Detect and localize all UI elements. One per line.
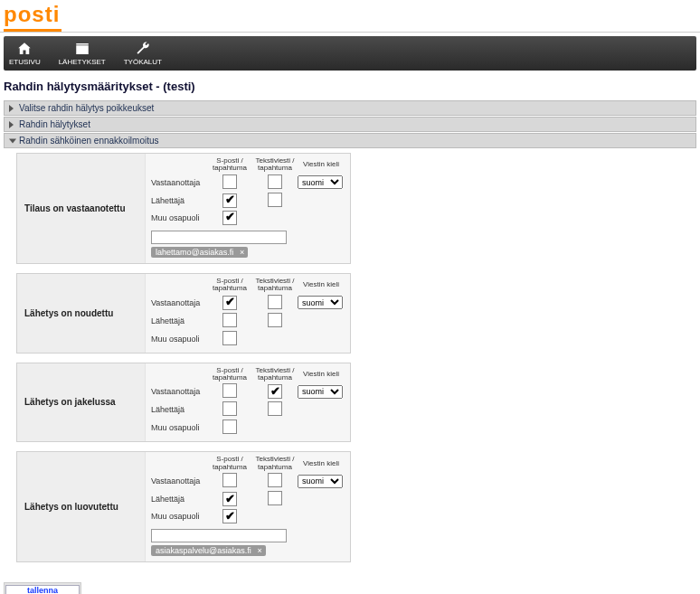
checkbox[interactable] [222, 331, 237, 345]
header-row: S-posti /tapahtuma Tekstiviesti /tapahtu… [151, 157, 345, 173]
row-label: Vastaanottaja [151, 476, 207, 486]
checkbox[interactable] [268, 295, 282, 309]
accordion-label: Rahdin hälytykset [19, 119, 90, 129]
row-sender: Lähettäjä [151, 313, 345, 329]
col-sms-header: Tekstiviesti /tapahtuma [252, 367, 298, 382]
save-button[interactable]: tallenna [5, 585, 80, 594]
checkbox[interactable] [268, 174, 282, 189]
remove-chip-icon[interactable]: × [257, 546, 261, 555]
accordion-preadvice-body: Tilaus on vastaanotettu S-posti /tapahtu… [4, 149, 696, 575]
col-sms-header: Tekstiviesti /tapahtuma [252, 157, 298, 173]
email-chip-text: lahettamo@asiakas.fi [156, 248, 233, 257]
checkbox[interactable] [222, 313, 237, 327]
accordion-exceptions[interactable]: Valitse rahdin hälytys poikkeukset [4, 100, 696, 116]
col-lang-header: Viestin kieli [298, 161, 345, 168]
page-title: Rahdin hälytysmääritykset - (testi) [0, 74, 700, 100]
row-sender: Lähettäjä [151, 193, 345, 209]
event-block-received: Tilaus on vastaanotettu S-posti /tapahtu… [16, 153, 351, 264]
col-lang-header: Viestin kieli [298, 460, 345, 467]
col-sms-header: Tekstiviesti /tapahtuma [252, 456, 298, 471]
home-icon [15, 41, 33, 57]
event-title: Tilaus on vastaanotettu [17, 154, 146, 263]
remove-chip-icon[interactable]: × [240, 248, 244, 257]
checkbox[interactable] [268, 473, 282, 487]
row-recipient: Vastaanottaja suomi [151, 295, 345, 311]
col-sms-header: Tekstiviesti /tapahtuma [252, 278, 298, 293]
col-email-header: S-posti /tapahtuma [207, 456, 252, 471]
checkbox[interactable] [222, 383, 237, 398]
col-lang-header: Viestin kieli [298, 281, 345, 288]
row-sender: Lähettäjä [151, 401, 345, 418]
checkbox[interactable] [222, 296, 237, 310]
checkbox[interactable] [268, 401, 282, 416]
checkbox[interactable] [222, 174, 237, 189]
row-sender: Lähettäjä [151, 491, 345, 507]
checkbox[interactable] [222, 193, 237, 208]
row-label: Vastaanottaja [151, 387, 207, 396]
checkbox[interactable] [268, 193, 282, 207]
row-label: Lähettäjä [151, 495, 207, 504]
checkbox[interactable] [222, 492, 237, 506]
event-grid: S-posti /tapahtuma Tekstiviesti /tapahtu… [146, 452, 350, 561]
email-chip: lahettamo@asiakas.fi × [151, 247, 248, 258]
row-recipient: Vastaanottaja suomi [151, 473, 345, 489]
nav-home[interactable]: ETUSIVU [9, 41, 41, 66]
email-chip: asiakaspalvelu@asiakas.fi × [151, 545, 266, 556]
extra-email-input[interactable] [151, 529, 287, 542]
nav-shipments[interactable]: LÄHETYKSET [59, 41, 106, 66]
accordion-alerts[interactable]: Rahdin hälytykset [4, 117, 696, 132]
brand-logo: posti [4, 2, 60, 33]
row-other: Muu osapuoli [151, 211, 345, 225]
row-other: Muu osapuoli [151, 420, 345, 436]
checkbox[interactable] [222, 420, 237, 434]
event-title: Lähetys on jakelussa [17, 363, 146, 442]
main-nav: ETUSIVU LÄHETYKSET TYÖKALUT [4, 36, 696, 71]
row-label: Lähettäjä [151, 405, 207, 414]
event-title: Lähetys on noudettu [17, 274, 146, 353]
row-label: Muu osapuoli [151, 335, 207, 344]
wrench-icon [134, 41, 152, 57]
accordion-label: Rahdin sähköinen ennakkoilmoitus [19, 136, 159, 146]
row-label: Muu osapuoli [151, 213, 207, 222]
row-label: Lähettäjä [151, 196, 207, 205]
language-select[interactable]: suomi [298, 296, 343, 309]
row-recipient: Vastaanottaja suomi [151, 383, 345, 400]
nav-tools[interactable]: TYÖKALUT [124, 41, 162, 66]
nav-label: LÄHETYKSET [59, 58, 106, 66]
email-chip-text: asiakaspalvelu@asiakas.fi [156, 546, 251, 555]
brand-name: posti [4, 2, 60, 26]
col-email-header: S-posti /tapahtuma [207, 157, 252, 173]
nav-label: ETUSIVU [9, 58, 41, 66]
row-label: Vastaanottaja [151, 178, 207, 187]
language-select[interactable]: suomi [298, 475, 343, 488]
nav-label: TYÖKALUT [124, 58, 162, 66]
header-row: S-posti /tapahtuma Tekstiviesti /tapahtu… [151, 367, 345, 382]
checkbox[interactable] [222, 509, 237, 523]
box-icon [73, 41, 91, 57]
event-grid: S-posti /tapahtuma Tekstiviesti /tapahtu… [146, 154, 350, 263]
row-other: Muu osapuoli [151, 509, 345, 523]
row-label: Lähettäjä [151, 316, 207, 325]
row-label: Muu osapuoli [151, 423, 207, 432]
header-row: S-posti /tapahtuma Tekstiviesti /tapahtu… [151, 278, 345, 293]
checkbox[interactable] [268, 313, 282, 327]
col-email-header: S-posti /tapahtuma [207, 367, 252, 382]
row-label: Muu osapuoli [151, 512, 207, 521]
accordion-label: Valitse rahdin hälytys poikkeukset [19, 103, 154, 113]
checkbox[interactable] [222, 401, 237, 416]
language-select[interactable]: suomi [298, 175, 343, 189]
save-bar: tallenna [4, 582, 81, 594]
event-block-picked_up: Lähetys on noudettu S-posti /tapahtuma T… [16, 273, 351, 354]
row-recipient: Vastaanottaja suomi [151, 174, 345, 191]
extra-email-input[interactable] [151, 231, 287, 244]
checkbox[interactable] [268, 384, 282, 399]
event-block-delivered: Lähetys on luovutettu S-posti /tapahtuma… [16, 451, 351, 562]
language-select[interactable]: suomi [298, 385, 343, 399]
col-lang-header: Viestin kieli [298, 371, 345, 378]
event-grid: S-posti /tapahtuma Tekstiviesti /tapahtu… [146, 274, 350, 353]
checkbox[interactable] [222, 473, 237, 487]
checkbox[interactable] [268, 491, 282, 505]
checkbox[interactable] [222, 211, 237, 225]
top-bar: posti [0, 0, 700, 33]
accordion-preadvice[interactable]: Rahdin sähköinen ennakkoilmoitus [4, 133, 696, 148]
